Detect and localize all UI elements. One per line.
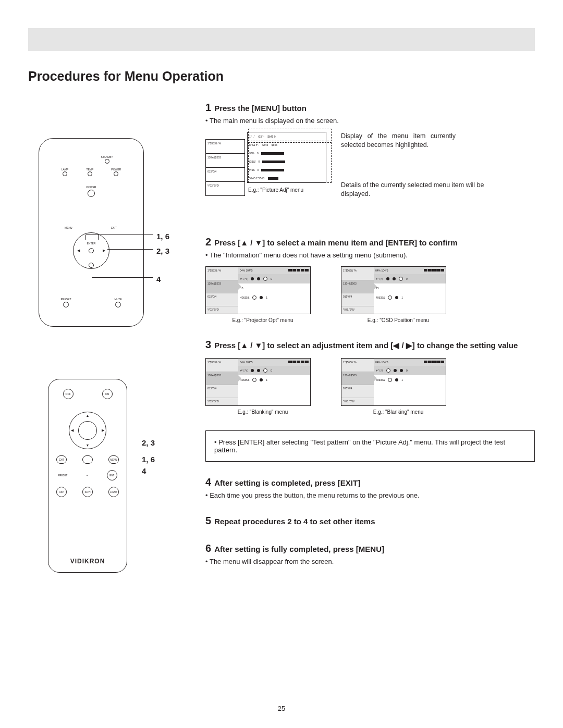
preset-label: PRESET [60,298,71,301]
remote2-dpad[interactable]: ▲ ▼ ◀ ▶ [69,412,106,449]
dashed-highlight-top [248,129,332,141]
step-6: 6After setting is fully completed, press… [205,542,535,565]
osd-row: 40635& [376,296,385,299]
dot-icon [257,277,260,280]
remote2-row4: PRESET • ENT [48,470,127,480]
arrow-down-icon[interactable]: ▼ [86,443,90,447]
osd-side-row-highlight: 130+&$503 [206,280,238,293]
value-text: 0 [406,277,408,280]
value-text: 1 [266,378,267,381]
brand-logo: VIDIKRON [48,558,127,565]
light-button[interactable]: LIGHT [108,487,119,497]
dot-outline-icon [388,295,392,300]
callout-4: 4 [156,275,161,283]
page-number: 25 [0,705,563,712]
dot-icon [386,277,389,280]
osd-side-row: 1*$563& '% [341,359,374,372]
osd-side-row: */'03."5*0/ [206,306,238,314]
value-text: 0 [406,369,408,372]
osd-side-row-highlight: 130+&$503 [341,372,374,385]
step-4: 4After setting is completed, press [EXIT… [205,476,535,499]
osd-caption: E.g.: "Picture Adj" menu [248,187,325,193]
on-button[interactable]: ON [102,389,113,399]
value-text: 0 [271,369,272,372]
osd-side-row-highlight: 130+&$503 [341,280,374,293]
osd-topbar: 04% 104*5 [240,269,252,272]
step-num: 2 [205,236,211,248]
osd-side-row: 015*0/4 [206,293,238,306]
step-num: 5 [205,515,211,526]
menu-button[interactable]: MENU [108,455,119,464]
osd-diagram-1: 1*$563& '% 130+&$503 015*0/4 */'03."5*0/… [205,132,325,193]
arrow-left-icon[interactable]: ◀ [77,249,80,253]
osd-row: #-"/,*/( [376,277,383,280]
remote1-power: POWER [39,186,143,197]
osd-note-2: Details of the currently selected menu i… [341,181,497,199]
step-bullet: The "Information" menu does not have a s… [205,251,535,259]
callout-line [85,235,153,235]
dpad-center-icon[interactable] [78,421,97,440]
osd-caption: E.g.: "Projector Opt" menu [205,317,320,323]
lamp-label: LAMP [62,168,69,171]
osd-side-row: */'03."5*0/ [341,398,374,406]
osd-side-row: 015*0/4 [341,385,374,398]
mute-button-icon[interactable] [115,302,121,307]
callout-2-3: 2, 3 [142,438,155,447]
dot-outline-icon [386,368,390,373]
osd-side-row: */'03."5*0/ [341,306,374,314]
osd-side-row: 1*$563& '% [341,267,374,280]
dot-outline-icon [263,368,267,373]
preset-button-icon[interactable] [63,302,69,307]
dot-icon [395,378,398,381]
callout-2-3: 2, 3 [156,246,169,255]
osd-side-row: */'03."5*0/ [206,182,244,195]
power-button-icon[interactable] [88,190,95,197]
off-button[interactable]: OFF [63,389,74,399]
osd-side-row: 1*$563& '% [206,267,238,280]
osd-topbar-icons [423,361,444,364]
temp-led-icon [88,171,92,176]
osd-topbar: 04% 104*5 [375,269,388,272]
value-text: 1 [266,296,267,299]
callout-1-6: 1, 6 [142,455,155,464]
power-led-label: POWER [111,168,121,171]
step-bullet: The menu will disappear from the screen. [205,558,535,565]
menu-label: MENU [65,226,72,229]
dpad-down-icon[interactable] [89,263,94,268]
preset-label: PRESET [58,474,67,477]
remote2-row3: EXIT MENU [48,455,127,464]
osd-side-row: 1*$563& '% [206,140,244,154]
step-bullet: The main menu is displayed on the screen… [205,117,535,125]
ent-button[interactable]: ENT [107,470,117,480]
dpad-center-icon[interactable] [89,248,94,253]
step-title: Press [▲ / ▼] to select an adjustment it… [214,341,518,350]
osd-row: 40635& [240,378,249,381]
remote2-row5: ASP SLTH LIGHT [48,487,127,497]
enter-label: ENTER [87,242,96,245]
osd-topbar: 04% 104*5 [375,361,388,364]
arrow-up-icon[interactable]: ▲ [86,414,90,417]
step-title: After setting is fully completed, press … [214,545,384,553]
arrow-right-icon[interactable]: ▶ [102,428,104,433]
osd-diagram-osd-position: 1*$563& '% 130+&$503 015*0/4 */'03."5*0/… [341,266,456,323]
header-band [28,28,535,51]
step-num: 4 [205,476,211,488]
dot-icon [251,277,254,280]
slth-button[interactable]: SLTH [82,487,93,497]
arrow-left-icon[interactable]: ◀ [71,428,74,433]
osd-row: 40635& [376,378,385,381]
value-text: 0 [271,277,272,280]
osd-row: #-"/,*/( [376,369,383,372]
step-5: 5Repeat procedures 2 to 4 to set other i… [205,515,535,527]
arrow-right-icon[interactable]: ▶ [103,249,105,253]
mid-button[interactable] [82,455,93,464]
osd-side-row: 015*0/4 [341,293,374,306]
exit-button[interactable]: EXIT [56,455,67,464]
asp-button[interactable]: ASP [56,487,67,497]
dot-icon [400,369,403,372]
step-1: 1Press the [MENU] button The main menu i… [205,102,535,220]
osd-side-row: 015*0/4 [206,168,244,182]
callout-line [85,235,86,240]
remote-small: OFF ON ▲ ▼ ◀ ▶ EXIT MENU PRESET [48,379,127,573]
step-2: 2Press [▲ / ▼] to select a main menu ite… [205,236,535,323]
